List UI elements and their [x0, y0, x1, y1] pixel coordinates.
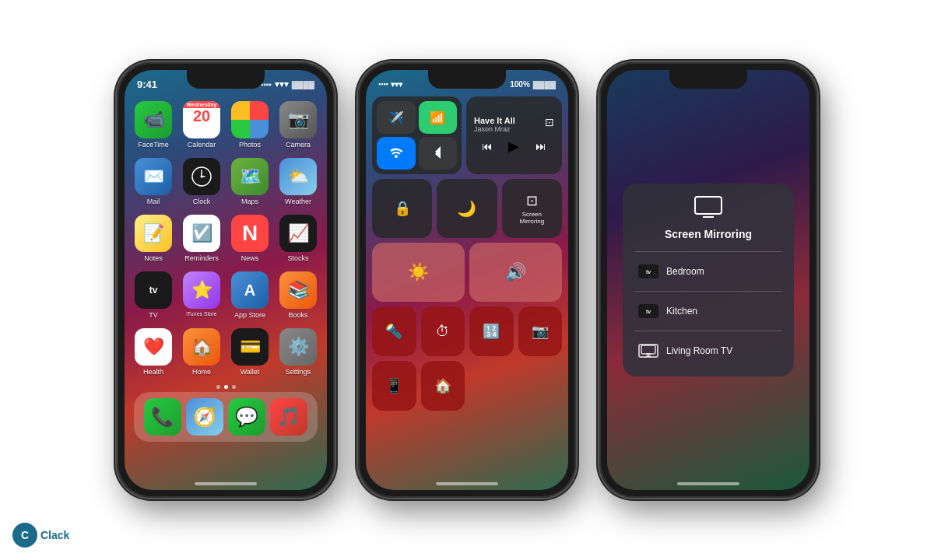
iphone-2: ▪▪▪▪ ▾▾▾ 100% ▓▓▓▓ ✈️ 📶 [358, 62, 576, 498]
cellular-btn[interactable]: 📶 [419, 101, 458, 134]
play-btn[interactable]: ▶ [508, 138, 519, 155]
calculator-btn[interactable]: 🔢 [469, 306, 514, 356]
empty-btn-1 [469, 361, 514, 411]
flashlight-btn[interactable]: 🔦 [372, 306, 416, 356]
itunes-icon: ⭐ [183, 271, 220, 309]
wifi-cc-btn[interactable] [377, 137, 416, 170]
next-btn[interactable]: ⏭ [535, 140, 546, 152]
photos-icon [231, 101, 269, 138]
dot-1 [216, 385, 220, 389]
health-icon: ❤️ [135, 328, 172, 366]
clock-icon [183, 158, 220, 195]
bluetooth-btn[interactable] [419, 137, 458, 170]
app-wallet[interactable]: 💳 Wallet [230, 328, 269, 376]
phone2-bg: ▪▪▪▪ ▾▾▾ 100% ▓▓▓▓ ✈️ 📶 [366, 70, 568, 490]
mirroring-item-livingroom[interactable]: Living Room TV [635, 338, 781, 364]
homekit-btn[interactable]: 🏠 [421, 361, 465, 411]
app-tv[interactable]: tv TV [134, 271, 173, 319]
tv-label: TV [149, 311, 158, 319]
maps-icon: 🗺️ [231, 158, 269, 195]
app-grid-1: 📹 FaceTime Wednesday 20 Calendar Photos [125, 95, 327, 382]
status-icons-1: ▪▪▪▪ ▾▾▾ ▓▓▓▓ [261, 79, 314, 89]
settings-icon: ⚙️ [279, 328, 317, 366]
mirroring-item-bedroom[interactable]: tv Bedroom [635, 258, 781, 285]
mirroring-header: Screen Mirroring [635, 196, 781, 240]
news-icon: N [231, 215, 269, 252]
mirroring-item-kitchen[interactable]: tv Kitchen [635, 298, 781, 324]
remote-btn[interactable]: 📱 [372, 361, 416, 411]
app-itunes[interactable]: ⭐ iTunes Store [182, 271, 221, 319]
camera-cc-btn[interactable]: 📷 [518, 306, 563, 356]
connectivity-block: ✈️ 📶 [372, 96, 462, 174]
calendar-label: Calendar [188, 141, 216, 149]
music-controls: ⏮ ▶ ⏭ [474, 138, 554, 155]
timer-btn[interactable]: ⏱ [421, 306, 465, 356]
airplane-btn[interactable]: ✈️ [377, 101, 416, 134]
dot-2 [224, 385, 228, 389]
books-icon: 📚 [279, 271, 317, 309]
app-photos[interactable]: Photos [230, 101, 269, 149]
app-books[interactable]: 📚 Books [279, 271, 318, 319]
dot-3 [232, 385, 236, 389]
airplay-icon[interactable]: ⊡ [545, 116, 554, 128]
mirroring-panel: Screen Mirroring tv Bedroom tv [623, 184, 794, 376]
settings-label: Settings [286, 368, 311, 376]
app-notes[interactable]: 📝 Notes [134, 215, 173, 262]
screen-mirroring-btn[interactable]: ⊡ ScreenMirroring [502, 179, 562, 238]
itunes-label: iTunes Store [186, 311, 216, 317]
notes-icon: 📝 [135, 215, 172, 252]
watermark-text: Clack [40, 529, 69, 541]
wallet-label: Wallet [241, 368, 260, 376]
prev-btn[interactable]: ⏮ [482, 140, 493, 152]
photos-label: Photos [239, 141, 261, 149]
app-reminders[interactable]: ☑️ Reminders [182, 215, 221, 262]
app-camera[interactable]: 📷 Camera [279, 101, 318, 149]
watermark: C Clack [12, 523, 69, 548]
app-health[interactable]: ❤️ Health [134, 328, 173, 376]
app-news[interactable]: N News [230, 215, 269, 262]
iphone-3-screen: Screen Mirroring tv Bedroom tv [607, 70, 809, 490]
dock-music[interactable]: 🎵 [270, 398, 307, 436]
dock-phone[interactable]: 📞 [144, 398, 181, 436]
dock-safari[interactable]: 🧭 [186, 398, 223, 436]
wallet-icon: 💳 [231, 328, 269, 366]
home-indicator-3 [677, 482, 739, 485]
home-label: Home [192, 368, 211, 376]
app-settings[interactable]: ⚙️ Settings [279, 328, 318, 376]
brightness-btn[interactable]: ☀️ [372, 243, 465, 302]
music-title: Have It All [474, 116, 515, 125]
home-indicator-2 [436, 482, 498, 485]
news-label: News [241, 254, 259, 262]
app-maps[interactable]: 🗺️ Maps [230, 158, 269, 205]
mirroring-title: Screen Mirroring [665, 228, 752, 240]
books-label: Books [288, 311, 307, 319]
music-artist: Jason Mraz [474, 125, 515, 133]
iphone-1-screen: 9:41 ▪▪▪▪ ▾▾▾ ▓▓▓▓ 📹 FaceTime [125, 70, 327, 490]
app-stocks[interactable]: 📈 Stocks [279, 215, 318, 262]
orientation-lock-btn[interactable]: 🔒 [372, 179, 432, 238]
app-facetime[interactable]: 📹 FaceTime [134, 101, 173, 149]
app-calendar[interactable]: Wednesday 20 Calendar [182, 101, 221, 149]
do-not-disturb-btn[interactable]: 🌙 [437, 179, 497, 238]
mirroring-divider-1 [635, 251, 781, 252]
appstore-icon: A [231, 271, 269, 309]
app-weather[interactable]: ⛅ Weather [279, 158, 318, 205]
phone1-bg: 9:41 ▪▪▪▪ ▾▾▾ ▓▓▓▓ 📹 FaceTime [125, 70, 327, 490]
time-1: 9:41 [137, 79, 157, 90]
monitor-icon-livingroom [638, 344, 658, 358]
dock: 📞 🧭 💬 🎵 [134, 392, 318, 442]
stocks-icon: 📈 [279, 215, 317, 252]
home-icon: 🏠 [183, 328, 220, 366]
app-mail[interactable]: ✉️ Mail [134, 158, 173, 205]
svg-point-3 [201, 176, 203, 178]
app-clock[interactable]: Clock [182, 158, 221, 205]
dock-messages[interactable]: 💬 [228, 398, 265, 436]
volume-btn[interactable]: 🔊 [469, 243, 562, 302]
page-dots [125, 385, 327, 389]
iphone-1-notch [187, 70, 265, 89]
stocks-label: Stocks [287, 254, 308, 262]
app-home[interactable]: 🏠 Home [182, 328, 221, 376]
iphone-2-screen: ▪▪▪▪ ▾▾▾ 100% ▓▓▓▓ ✈️ 📶 [366, 70, 568, 490]
iphone-3-notch [669, 70, 747, 89]
app-appstore[interactable]: A App Store [230, 271, 269, 319]
